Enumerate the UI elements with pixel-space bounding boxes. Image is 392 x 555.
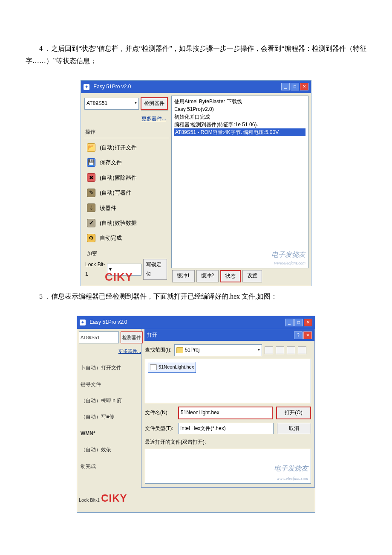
- filetype-label: 文件类型(T):: [145, 424, 175, 433]
- window-titlebar: ✦ Easy 51Pro v2.0 _ □ ✕: [81, 81, 311, 93]
- lock-bit-label: Lock Bit-1: [85, 260, 105, 279]
- window-title-2: Easy 51Pro v2.0: [89, 319, 127, 325]
- op-erase-label: (自动)擦除器件: [100, 173, 137, 183]
- close-button[interactable]: ✕: [300, 83, 308, 90]
- more-devices-link-2[interactable]: 更多器件...: [79, 345, 143, 360]
- elecfans-watermark: 电子发烧友 www.elecfans.com: [271, 250, 306, 266]
- erase-icon: ✖: [87, 173, 95, 182]
- document-page: 4 ．之后回到“状态”信息栏，并点“检测器件”，如果按步骤一步一步操作，会看到“…: [0, 0, 392, 543]
- floppy-icon: 💾: [87, 158, 95, 167]
- elecfans-watermark-2: 电子发烧友 www.elecfans.com: [274, 462, 308, 482]
- op-verify[interactable]: ✔ (自动)效验数据: [84, 215, 169, 230]
- maximize-button[interactable]: □: [294, 319, 303, 326]
- ciky-watermark: CIKY: [105, 267, 133, 287]
- tab-buffer1[interactable]: 缓冲1: [172, 270, 195, 283]
- file-list-area[interactable]: 51NeonLight.hex: [145, 359, 311, 403]
- operations-label: 操作: [84, 125, 169, 138]
- dialog-close-button[interactable]: ✕: [303, 331, 312, 339]
- encryption-label: 加密: [84, 246, 169, 259]
- tab-settings[interactable]: 设置: [242, 270, 262, 283]
- instruction-step-4: 4 ．之后回到“状态”信息栏，并点“检测器件”，如果按步骤一步一步操作，会看到“…: [26, 43, 366, 67]
- op-open-file-label: (自动)打开文件: [100, 142, 137, 152]
- instruction-step-5: 5 ．信息表示编程器已经检测到器件，下面就打开已经编译好的.hex 文件,如图：: [26, 291, 366, 303]
- look-in-combo[interactable]: 51Proj: [174, 344, 262, 356]
- status-line-1: 使用Atmel ByteBlaster 下载线: [174, 98, 306, 105]
- chip-select-2[interactable]: AT89S51: [79, 331, 119, 343]
- nav-newfolder-icon[interactable]: [287, 346, 295, 354]
- op-write[interactable]: ✎ (自动)写器件: [84, 185, 169, 200]
- op-auto[interactable]: ⚙ 自动完成: [84, 230, 169, 245]
- status-line-4: 编程器:检测到器件(特征字:1e 51 06).: [174, 121, 306, 128]
- op-open-file[interactable]: 📂 (自动)打开文件: [84, 140, 169, 155]
- detect-device-button-2[interactable]: 检测器件: [121, 331, 143, 343]
- op-read-label: 读器件: [100, 203, 116, 213]
- detect-device-button[interactable]: 检测器件: [141, 97, 168, 110]
- mini-auto[interactable]: 动完成: [79, 458, 143, 474]
- open-file-dialog: 打开 ? ✕ 查找范围(I): 51Proj: [141, 329, 315, 488]
- recent-files-label: 最近打开的文件(双击打开):: [145, 438, 311, 447]
- ciky-watermark-2: CIKY: [101, 487, 127, 510]
- op-verify-label: (自动)效验数据: [100, 218, 137, 228]
- more-devices-link[interactable]: 更多器件...: [84, 112, 169, 125]
- op-auto-label: 自动完成: [100, 233, 122, 243]
- folder-open-icon: 📂: [87, 143, 95, 152]
- chip-select[interactable]: AT89S51: [84, 98, 139, 110]
- mini-verify[interactable]: （自动）效依: [79, 442, 143, 458]
- op-save-file-label: 保存文件: [100, 157, 122, 167]
- minimize-button[interactable]: _: [285, 319, 294, 326]
- look-in-folder-name: 51Proj: [185, 346, 200, 355]
- file-icon: [150, 364, 157, 370]
- minimize-button[interactable]: _: [281, 83, 290, 90]
- file-item[interactable]: 51NeonLight.hex: [148, 362, 196, 373]
- window-title: Easy 51Pro v2.0: [93, 84, 131, 90]
- mini-wmn: WMN*: [79, 425, 143, 442]
- screenshot-easy51pro-status: ✦ Easy 51Pro v2.0 _ □ ✕ AT89S51 检测器件 更多器…: [81, 80, 311, 287]
- nav-up-icon[interactable]: [276, 346, 284, 354]
- write-icon: ✎: [87, 189, 95, 197]
- look-in-label: 查找范围(I):: [145, 346, 172, 355]
- filetype-combo[interactable]: Intel Hex文件(*.hex): [178, 423, 274, 435]
- mini-save[interactable]: 键寻文件: [79, 376, 143, 392]
- write-lock-button[interactable]: 写锁定位: [143, 259, 167, 280]
- screenshot-open-dialog: ✦ Easy 51Pro v2.0 _ □ ✕ AT89S51 检测器件 更多器…: [77, 316, 315, 513]
- app-icon: ✦: [84, 84, 89, 90]
- left-panel-mini: AT89S51 检测器件 更多器件... 卜自动）打开文件 键寻文件 （自动）棟…: [77, 329, 144, 512]
- nav-back-icon[interactable]: [265, 346, 273, 354]
- status-textbox: 使用Atmel ByteBlaster 下载线 Easy 51Pro(v2.0)…: [171, 96, 308, 268]
- op-read[interactable]: ⇩ 读器件: [84, 200, 169, 215]
- lock-bit-label-2: Lock Bit-1: [79, 497, 100, 503]
- filename-input[interactable]: 51NeonLight.hex: [178, 407, 273, 419]
- op-write-label: (自动)写器件: [100, 188, 131, 198]
- recent-files-list[interactable]: 电子发烧友 www.elecfans.com: [145, 449, 311, 484]
- nav-views-icon[interactable]: [298, 346, 306, 354]
- dialog-help-button[interactable]: ?: [294, 331, 303, 339]
- auto-icon: ⚙: [87, 234, 95, 242]
- tab-status[interactable]: 状态: [220, 270, 241, 283]
- filename-label: 文件名(N):: [145, 408, 175, 418]
- verify-icon: ✔: [87, 219, 95, 227]
- op-save-file[interactable]: 💾 保存文件: [84, 155, 169, 170]
- app-icon: ✦: [80, 320, 86, 325]
- op-erase[interactable]: ✖ (自动)擦除器件: [84, 170, 169, 185]
- cancel-button[interactable]: 取消: [277, 423, 311, 435]
- status-line-3: 初始化并口完成: [174, 113, 306, 121]
- window-titlebar-2: ✦ Easy 51Pro v2.0 _ □ ✕: [77, 316, 315, 329]
- status-line-2: Easy 51Pro(v2.0): [174, 105, 306, 113]
- mini-erase[interactable]: （自动）棟即 n 府: [79, 392, 143, 409]
- close-button[interactable]: ✕: [304, 319, 312, 326]
- file-item-label: 51NeonLight.hex: [159, 363, 194, 372]
- status-line-5-highlighted: AT89S51 - ROM容量:4K字节. 编程电压:5.00V.: [174, 128, 306, 136]
- mini-write[interactable]: （自动）写■传: [79, 409, 143, 425]
- dialog-title: 打开: [147, 331, 157, 340]
- open-button[interactable]: 打开(O): [276, 407, 311, 419]
- tab-buffer2[interactable]: 缓冲2: [196, 270, 219, 283]
- folder-icon: [176, 347, 183, 353]
- maximize-button[interactable]: □: [291, 83, 299, 90]
- read-icon: ⇩: [87, 203, 95, 212]
- mini-open[interactable]: 卜自动）打开文件: [79, 360, 143, 376]
